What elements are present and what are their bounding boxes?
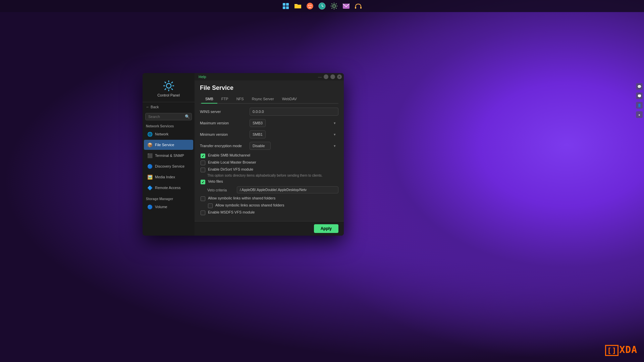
svg-line-18 — [336, 4, 336, 4]
sidebar-item-discovery-service[interactable]: 🔵 Discovery Service — [144, 161, 193, 171]
maximize-button[interactable] — [330, 74, 335, 79]
taskbar-grid-icon[interactable] — [282, 2, 290, 10]
max-version-label: Maximum version — [200, 121, 247, 125]
veto-criteria-input[interactable] — [237, 186, 338, 193]
sidebar-item-remote-access[interactable]: 🔷 Remote Access — [144, 183, 193, 193]
svg-point-4 — [307, 3, 313, 9]
msdfs-label: Enable MSDFS VFS module — [208, 210, 255, 214]
sidebar-item-media-index[interactable]: 🖼️ Media Index — [144, 172, 193, 182]
svg-line-16 — [336, 8, 336, 8]
control-panel-icon — [163, 80, 175, 92]
remote-icon: 🔷 — [147, 185, 153, 190]
media-icon: 🖼️ — [147, 174, 153, 180]
wins-server-label: WINS server — [200, 110, 247, 114]
right-icon-comment[interactable]: 💭 — [636, 93, 643, 99]
min-version-select[interactable]: SMB1 SMB2 SMB3 — [250, 130, 266, 138]
local-master-browser-checkbox[interactable] — [201, 161, 205, 165]
page-title: File Service — [200, 84, 338, 92]
control-panel-window: Control Panel ← Back 🔍 Network Services … — [143, 73, 344, 236]
back-button[interactable]: ← Back — [143, 102, 195, 112]
symbolic-links-across-checkbox[interactable] — [208, 203, 213, 208]
smb-multichannel-checkbox[interactable] — [201, 154, 205, 158]
xda-watermark: []XDA — [605, 344, 637, 355]
sidebar-item-network[interactable]: 🌐 Network — [144, 129, 193, 139]
taskbar-mail-icon[interactable] — [342, 2, 350, 10]
search-container: 🔍 — [143, 112, 195, 122]
tab-smb[interactable]: SMB — [201, 95, 217, 104]
local-master-browser-row: Enable Local Master Browser — [200, 160, 338, 165]
minimize-button[interactable] — [324, 74, 328, 79]
svg-line-28 — [171, 88, 173, 90]
sidebar-item-label-volume: Volume — [155, 205, 167, 209]
sidebar-item-label-network: Network — [155, 132, 168, 136]
transfer-encryption-label: Transfer encryption mode — [200, 144, 247, 148]
taskbar-face-icon[interactable] — [306, 2, 314, 10]
taskbar-gear-icon[interactable] — [330, 2, 338, 10]
tab-webdav[interactable]: WebDAV — [278, 95, 301, 104]
svg-line-29 — [165, 88, 166, 90]
right-sidebar-icons: 💬 💭 👤 ● — [635, 80, 644, 121]
symbolic-links-row: Allow symbolic links within shared folde… — [200, 196, 338, 201]
sidebar-item-label-file-service: File Service — [155, 143, 174, 147]
veto-files-checkbox[interactable] — [201, 180, 205, 184]
taskbar — [0, 0, 644, 12]
sidebar-item-label-discovery: Discovery Service — [155, 164, 184, 168]
terminal-icon: ⬛ — [147, 153, 153, 158]
symbolic-links-across-row: Allow symbolic links across shared folde… — [200, 203, 338, 208]
wins-server-row: WINS server — [200, 108, 338, 116]
back-label: ← Back — [146, 105, 159, 109]
min-version-label: Minimum version — [200, 132, 247, 136]
apply-button[interactable]: Apply — [314, 224, 338, 233]
right-icon-dot[interactable]: ● — [636, 111, 643, 118]
transfer-encryption-row: Transfer encryption mode Disable Enable … — [200, 142, 338, 150]
msdfs-row: Enable MSDFS VFS module — [200, 210, 338, 215]
tab-rsync[interactable]: Rsync Server — [248, 95, 278, 104]
svg-line-15 — [332, 4, 332, 4]
local-master-browser-label: Enable Local Master Browser — [208, 160, 256, 164]
right-icon-chat[interactable]: 💬 — [636, 83, 643, 90]
taskbar-clock-icon[interactable] — [318, 2, 326, 10]
footer: Apply — [195, 221, 344, 236]
svg-rect-21 — [360, 7, 362, 9]
tab-ftp[interactable]: FTP — [217, 95, 232, 104]
dirsort-vfs-checkbox[interactable] — [201, 168, 205, 172]
encryption-select[interactable]: Disable Enable Required — [250, 142, 271, 150]
file-service-icon: 📦 — [147, 142, 153, 147]
dirsort-vfs-label: Enable DirSort VFS module — [208, 167, 253, 171]
encryption-select-wrapper: Disable Enable Required — [250, 142, 338, 150]
dirsort-vfs-row: Enable DirSort VFS module — [200, 167, 338, 172]
smb-multichannel-label: Enable SMB Multichannel — [208, 153, 250, 157]
svg-point-6 — [311, 5, 312, 6]
svg-rect-3 — [286, 6, 289, 9]
veto-criteria-row: Veto criteria — [200, 186, 338, 193]
veto-criteria-label: Veto criteria — [207, 188, 234, 192]
form-content: WINS server Maximum version SMB1 SMB2 SM… — [195, 104, 344, 221]
sidebar-item-file-service[interactable]: 📦 File Service — [144, 140, 193, 150]
network-services-label: Network Services — [143, 123, 195, 129]
svg-rect-20 — [355, 7, 356, 9]
smb-multichannel-row: Enable SMB Multichannel — [200, 153, 338, 158]
sidebar: Control Panel ← Back 🔍 Network Services … — [143, 73, 195, 236]
sidebar-app-title: Control Panel — [157, 93, 180, 97]
close-button[interactable]: × — [337, 74, 342, 79]
svg-rect-0 — [283, 3, 285, 6]
sidebar-item-label-terminal: Terminal & SNMP — [155, 154, 184, 158]
content-header: File Service SMB FTP NFS Rsync Server We… — [195, 80, 344, 104]
sidebar-item-volume[interactable]: 🔵 Volume — [144, 202, 193, 212]
wins-server-input[interactable] — [250, 108, 338, 116]
sidebar-item-terminal-snmp[interactable]: ⬛ Terminal & SNMP — [144, 150, 193, 161]
veto-section: Veto files Veto criteria — [200, 179, 338, 193]
veto-files-label: Veto files — [208, 179, 223, 183]
dirsort-hint: This option sorts directory items alphab… — [200, 174, 338, 177]
symbolic-links-checkbox[interactable] — [201, 196, 205, 201]
right-icon-person[interactable]: 👤 — [636, 102, 643, 109]
max-version-select[interactable]: SMB1 SMB2 SMB3 — [250, 119, 266, 127]
tab-nfs[interactable]: NFS — [232, 95, 248, 104]
taskbar-folder-icon[interactable] — [294, 2, 302, 10]
msdfs-checkbox[interactable] — [201, 210, 205, 215]
storage-manager-label: Storage Manager — [143, 196, 195, 201]
help-link[interactable]: Help — [197, 75, 206, 79]
max-version-select-wrapper: SMB1 SMB2 SMB3 — [250, 119, 338, 127]
svg-line-27 — [165, 82, 166, 83]
taskbar-headphone-icon[interactable] — [354, 2, 362, 10]
